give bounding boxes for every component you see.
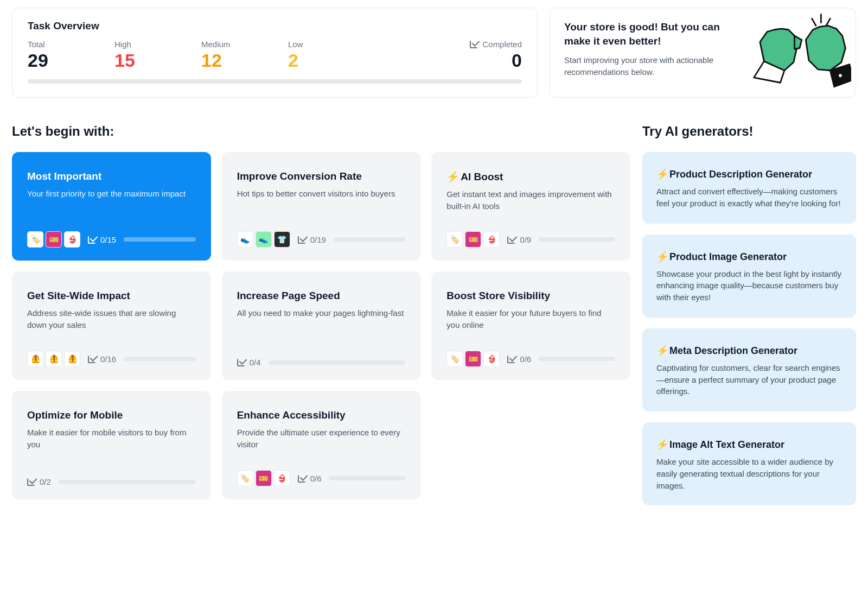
tile-thumbs: 🏷️ 🎫 👙 xyxy=(446,351,500,367)
tile-count: 0/2 xyxy=(27,477,51,486)
tile-progress-bar xyxy=(269,360,406,365)
ai-tile-alt-text[interactable]: ⚡Image Alt Text Generator Make your site… xyxy=(642,422,856,505)
ai-tile-title: ⚡Product Image Generator xyxy=(656,251,842,263)
stat-high-label: High xyxy=(114,40,152,49)
tip-title: Your store is good! But you can make it … xyxy=(564,20,738,48)
tile-desc: Get instant text and images improvement … xyxy=(446,188,615,221)
ai-tile-title: ⚡Product Description Generator xyxy=(656,168,842,180)
lightning-icon: ⚡ xyxy=(656,345,668,356)
lightning-icon: ⚡ xyxy=(446,171,459,182)
tile-site-wide-impact[interactable]: Get Site-Wide Impact Address site-wide i… xyxy=(12,271,211,380)
stat-low-value: 2 xyxy=(288,51,326,69)
stat-completed-label: Completed xyxy=(482,40,522,49)
tile-progress-bar xyxy=(539,357,615,361)
tile-improve-conversion[interactable]: Improve Conversion Rate Hot tips to bett… xyxy=(222,152,421,261)
ai-tile-meta-description[interactable]: ⚡Meta Description Generator Captivating … xyxy=(642,328,856,411)
tile-title: ⚡AI Boost xyxy=(446,170,615,183)
ai-tile-desc: Showcase your product in the best light … xyxy=(656,268,842,303)
check-icon xyxy=(470,40,479,49)
stat-completed-value: 0 xyxy=(470,51,522,69)
stat-medium-value: 12 xyxy=(201,51,239,69)
tile-count: 0/16 xyxy=(88,354,116,364)
svg-line-2 xyxy=(812,18,816,26)
check-icon xyxy=(507,235,516,244)
ai-tile-product-image[interactable]: ⚡Product Image Generator Showcase your p… xyxy=(642,235,856,318)
ai-tile-product-description[interactable]: ⚡Product Description Generator Attract a… xyxy=(642,152,856,224)
thumb-icon: 👙 xyxy=(64,231,80,248)
tile-title: Optimize for Mobile xyxy=(27,409,196,421)
thumb-icon: 👟 xyxy=(237,231,253,248)
tip-desc: Start improving your store with actionab… xyxy=(564,54,738,78)
check-icon xyxy=(88,354,97,364)
tile-title: Enhance Accessibility xyxy=(237,409,406,421)
tile-count: 0/9 xyxy=(507,235,531,244)
thumb-icon: 🎫 xyxy=(46,231,62,248)
tile-count: 0/19 xyxy=(298,235,326,244)
tile-thumbs: 🏷️ 🎫 👙 xyxy=(446,231,500,248)
stat-high: High 15 xyxy=(114,40,152,69)
tile-progress-bar xyxy=(329,476,406,480)
tile-count: 0/15 xyxy=(88,235,116,244)
lightning-icon: ⚡ xyxy=(656,439,668,450)
stat-high-value: 15 xyxy=(114,51,152,69)
check-icon xyxy=(88,235,97,244)
thumb-icon: 🎫 xyxy=(465,351,481,367)
tile-accessibility[interactable]: Enhance Accessibility Provide the ultima… xyxy=(222,391,421,499)
stat-low: Low 2 xyxy=(288,40,326,69)
tile-progress-bar xyxy=(334,237,405,242)
lightning-icon: ⚡ xyxy=(656,251,668,262)
tile-title: Boost Store Visibility xyxy=(446,290,615,302)
tile-ai-boost[interactable]: ⚡AI Boost Get instant text and images im… xyxy=(431,152,630,261)
overview-progress-bar xyxy=(28,79,522,84)
tile-count: 0/6 xyxy=(298,474,322,483)
tile-thumbs: 🏷️ 🎫 👙 xyxy=(237,470,290,486)
ai-tile-title: ⚡Meta Description Generator xyxy=(656,345,842,357)
ai-tile-desc: Captivating for customers, clear for sea… xyxy=(656,362,842,397)
tile-desc: Make it easier for mobile visitors to bu… xyxy=(27,427,196,467)
tile-thumbs: 🏷️ 🎫 👙 xyxy=(27,231,80,248)
tile-optimize-mobile[interactable]: Optimize for Mobile Make it easier for m… xyxy=(12,391,211,499)
tile-desc: Your first priority to get the maximum i… xyxy=(27,188,196,221)
tile-count: 0/4 xyxy=(237,358,261,367)
thumb-icon: 🦺 xyxy=(27,351,43,367)
ai-heading: Try AI generators! xyxy=(642,124,856,139)
tile-progress-bar xyxy=(539,237,615,242)
tile-title: Increase Page Speed xyxy=(237,290,406,302)
ai-tile-title: ⚡Image Alt Text Generator xyxy=(656,439,842,451)
tile-desc: Address site-wide issues that are slowin… xyxy=(27,307,196,341)
tile-progress-bar xyxy=(59,480,196,484)
check-icon xyxy=(507,354,516,364)
tile-desc: Hot tips to better convert visitors into… xyxy=(237,188,406,221)
thumb-icon: 👟 xyxy=(256,231,272,248)
thumb-icon: 🦺 xyxy=(64,351,80,367)
begin-tile-grid: Most Important Your first priority to ge… xyxy=(12,152,630,499)
ai-tile-desc: Make your site accessible to a wider aud… xyxy=(656,456,842,491)
stat-completed: Completed 0 xyxy=(470,40,522,69)
tile-progress-bar xyxy=(124,357,195,361)
task-overview-title: Task Overview xyxy=(28,20,522,32)
tile-count: 0/6 xyxy=(507,354,531,364)
stat-medium: Medium 12 xyxy=(201,40,239,69)
svg-point-3 xyxy=(839,74,842,77)
tile-progress-bar xyxy=(124,237,195,242)
thumb-icon: 🏷️ xyxy=(446,231,463,248)
thumb-icon: 🏷️ xyxy=(27,231,43,248)
tile-thumbs: 👟 👟 👕 xyxy=(237,231,290,248)
tile-store-visibility[interactable]: Boost Store Visibility Make it easier fo… xyxy=(431,271,630,380)
tile-desc: Provide the ultimate user experience to … xyxy=(237,427,406,460)
tile-desc: Make it easier for your future buyers to… xyxy=(446,307,615,341)
stat-total-label: Total xyxy=(28,40,66,49)
tile-thumbs: 🦺 🦺 🦺 xyxy=(27,351,80,367)
check-icon xyxy=(27,477,36,486)
thumb-icon: 👙 xyxy=(483,231,500,248)
task-overview-card: Task Overview Total 29 High 15 Medium 12… xyxy=(12,8,538,98)
high-five-icon xyxy=(748,11,851,93)
thumb-icon: 👙 xyxy=(274,470,290,486)
stat-low-label: Low xyxy=(288,40,326,49)
ai-tile-desc: Attract and convert effectively—making c… xyxy=(656,186,842,210)
tile-page-speed[interactable]: Increase Page Speed All you need to make… xyxy=(222,271,421,380)
thumb-icon: 👕 xyxy=(274,231,290,248)
tile-title: Improve Conversion Rate xyxy=(237,170,406,182)
check-icon xyxy=(298,235,307,244)
tile-most-important[interactable]: Most Important Your first priority to ge… xyxy=(12,152,211,261)
